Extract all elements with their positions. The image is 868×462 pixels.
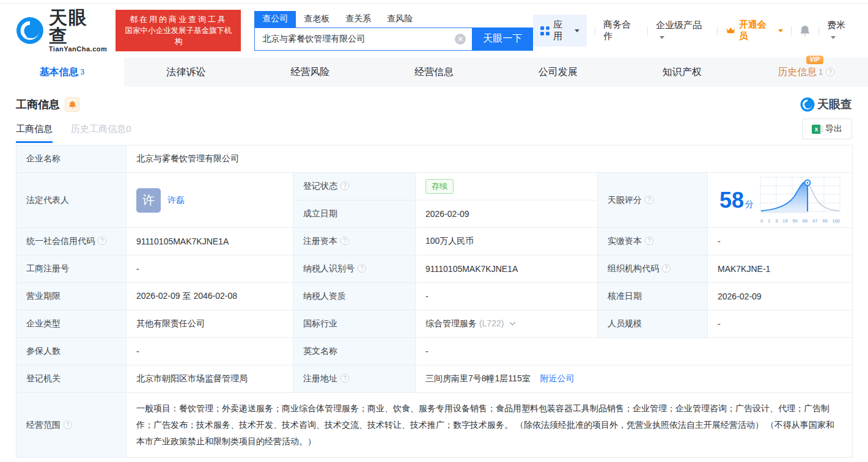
score-curve-chart: 0131550859799100: [760, 177, 840, 224]
score-value: 58: [719, 189, 744, 211]
staff-size-value: -: [708, 310, 853, 338]
table-row: 工商注册号 - 纳税人识别号 91110105MAK7KJNE1A 组织机构代码…: [17, 255, 853, 283]
registry-value: 北京市朝阳区市场监督管理局: [127, 365, 293, 393]
tab-label: 历史信息: [778, 66, 817, 79]
registry-label: 登记机关: [17, 365, 127, 393]
industry-value: 综合管理服务: [425, 318, 477, 328]
vip-label: 开通会员: [739, 19, 775, 42]
help-icon[interactable]: [98, 237, 106, 245]
paid-capital-value: -: [708, 228, 853, 255]
tab-operation-risk[interactable]: 经营风险: [248, 57, 372, 87]
tab-company-development[interactable]: 公司发展: [496, 57, 620, 87]
establish-date-label: 成立日期: [293, 200, 416, 228]
tab-count: 1: [818, 68, 823, 76]
subtab-business-info[interactable]: 工商信息: [16, 123, 53, 135]
search-tab-boss[interactable]: 查老板: [296, 11, 337, 28]
tab-label: 公司发展: [539, 66, 578, 79]
logo-text: 天眼查: [49, 9, 108, 45]
search-tab-company[interactable]: 查公司: [254, 11, 296, 28]
table-row: 法定代表人 许 许磊 登记状态 存续 天眼评分 58 分: [17, 173, 853, 200]
uscc-label-cell: 统一社会信用代码: [17, 228, 127, 255]
table-row: 企业类型 其他有限责任公司 国标行业 综合管理服务 (L722) 人员规模 -: [17, 310, 853, 338]
username: 费米: [827, 20, 845, 30]
notification-bell-icon[interactable]: [800, 24, 811, 37]
address-label: 注册地址: [303, 373, 337, 383]
slogan-line2: 国家中小企业发展子基金旗下机构: [122, 25, 235, 47]
reg-number-label: 工商注册号: [17, 255, 127, 283]
tab-count: 3: [81, 68, 85, 76]
search-input[interactable]: [254, 28, 472, 51]
score-label: 天眼评分: [608, 195, 642, 205]
legal-rep-avatar[interactable]: 许: [136, 188, 161, 213]
subtab-history-business-info[interactable]: 历史工商信息0: [71, 123, 131, 135]
business-info-table: 企业名称 北京与雾餐饮管理有限公司 法定代表人 许 许磊 登记状态 存续 天眼评…: [16, 145, 853, 458]
apps-menu[interactable]: 应用: [533, 15, 587, 46]
help-icon[interactable]: [826, 68, 834, 76]
nav-enterprise-products[interactable]: 企业级产品: [656, 20, 709, 42]
tab-basic-info[interactable]: 基本信息3: [0, 57, 124, 87]
tab-intellectual-property[interactable]: 知识产权: [620, 57, 744, 87]
business-term-label: 营业期限: [17, 283, 127, 310]
tab-label: 法律诉讼: [166, 66, 205, 79]
taxpayer-quality-value: -: [416, 283, 598, 310]
help-icon[interactable]: [358, 264, 366, 273]
help-icon[interactable]: [64, 420, 72, 429]
tianyancha-logo[interactable]: 天眼查 TianYanCha.com: [16, 9, 107, 53]
expand-chevron-icon[interactable]: [510, 320, 516, 326]
reg-capital-value: 100万人民币: [416, 228, 598, 255]
nav-user-account[interactable]: 费米: [827, 20, 853, 42]
tab-label: 基本信息: [40, 66, 79, 79]
monitor-bell-button[interactable]: [65, 97, 79, 112]
business-scope-label-cell: 经营范围: [17, 393, 127, 458]
tab-legal-litigation[interactable]: 法律诉讼: [124, 57, 248, 87]
tab-label: 经营风险: [290, 66, 329, 79]
help-icon[interactable]: [340, 374, 349, 383]
nearby-companies-link[interactable]: 附近公司: [540, 373, 575, 383]
help-icon[interactable]: [662, 264, 671, 273]
chevron-down-icon: [660, 36, 664, 39]
clear-search-icon[interactable]: ✕: [455, 34, 466, 45]
search-button[interactable]: 天眼一下: [472, 28, 533, 51]
legal-rep-label: 法定代表人: [17, 173, 127, 228]
search-tab-relation[interactable]: 查关系: [337, 11, 379, 28]
english-name-label: 英文名称: [293, 338, 416, 365]
industry-label: 国标行业: [293, 310, 416, 338]
insured-count-label: 参保人数: [17, 338, 127, 365]
main-tab-bar: 基本信息3 法律诉讼 经营风险 经营信息 公司发展 知识产权 VIP 历史信息 …: [0, 57, 868, 87]
tab-history-info[interactable]: VIP 历史信息 1: [744, 57, 868, 87]
table-row: 统一社会信用代码 91110105MAK7KJNE1A 注册资本 100万人民币…: [17, 228, 853, 255]
approval-date-label: 核准日期: [598, 283, 708, 310]
address-value: 三间房南里7号8幢1层115室: [425, 373, 531, 383]
export-button[interactable]: 导出: [802, 119, 852, 139]
address-label-cell: 注册地址: [293, 365, 416, 393]
section-title: 工商信息: [16, 97, 60, 112]
nav-business-cooperation[interactable]: 商务合作: [603, 19, 639, 42]
search-tab-risk[interactable]: 查风险: [379, 11, 421, 28]
staff-size-label: 人员规模: [598, 310, 708, 338]
taxpayer-quality-label: 纳税人资质: [293, 283, 416, 310]
help-icon[interactable]: [645, 237, 653, 245]
help-icon[interactable]: [340, 237, 349, 245]
tab-label: 经营信息: [414, 66, 454, 79]
section-header: 工商信息 天眼查: [16, 97, 852, 112]
divider: [791, 26, 792, 35]
company-name-label: 企业名称: [17, 145, 127, 173]
nav-vip-membership[interactable]: 开通会员: [726, 19, 783, 42]
subtab-bar: 工商信息 历史工商信息0 导出: [16, 123, 852, 144]
reg-capital-label: 注册资本: [303, 236, 337, 246]
legal-rep-name-link[interactable]: 许磊: [167, 195, 185, 206]
table-row: 参保人数 - 英文名称 -: [17, 338, 853, 365]
tianyancha-logo-icon: [16, 16, 44, 45]
help-icon[interactable]: [645, 196, 653, 204]
apps-label: 应用: [553, 19, 571, 42]
watermark-logo: 天眼查: [800, 97, 852, 112]
taxpayer-id-label-cell: 纳税人识别号: [293, 255, 416, 283]
company-type-label: 企业类型: [17, 310, 127, 338]
divider: [818, 26, 819, 35]
legal-rep-cell: 许 许磊: [127, 173, 293, 228]
score-label-cell: 天眼评分: [598, 173, 708, 228]
tab-operation-info[interactable]: 经营信息: [372, 57, 496, 87]
chevron-down-icon: [778, 29, 783, 32]
help-icon[interactable]: [340, 182, 349, 190]
uscc-value: 91110105MAK7KJNE1A: [127, 228, 293, 255]
